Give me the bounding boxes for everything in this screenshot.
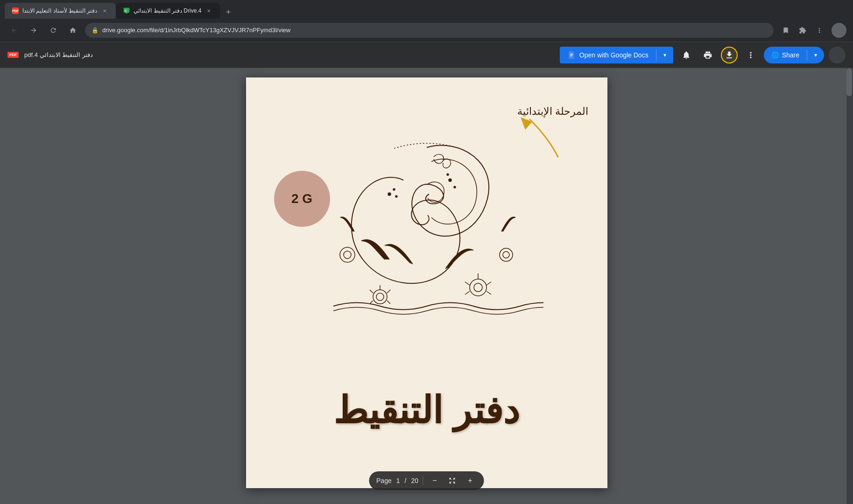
svg-point-17 bbox=[449, 179, 451, 182]
svg-point-12 bbox=[340, 247, 355, 262]
svg-point-13 bbox=[344, 251, 351, 259]
address-text: drive.google.com/file/d/1inJrbQlkdWTcY13… bbox=[102, 27, 767, 34]
svg-point-10 bbox=[500, 248, 513, 261]
scrollbar[interactable] bbox=[846, 68, 853, 504]
download-button[interactable] bbox=[721, 47, 738, 63]
svg-point-19 bbox=[447, 174, 449, 175]
bookmark-button[interactable] bbox=[778, 23, 793, 38]
chevron-down-icon: ▾ bbox=[663, 52, 666, 58]
total-pages: 20 bbox=[411, 477, 418, 484]
svg-point-14 bbox=[388, 193, 391, 196]
address-bar[interactable]: 🔒 drive.google.com/file/d/1inJrbQlkdWTcY… bbox=[85, 23, 774, 38]
svg-text:G: G bbox=[125, 9, 127, 12]
open-with-google-docs-button[interactable]: Open with Google Docs ▾ bbox=[560, 47, 673, 63]
share-label: Share bbox=[782, 51, 799, 59]
toolbar: PDF دفتر التنقيط الابتدائي 4.pdf Open wi… bbox=[0, 42, 853, 68]
svg-point-7 bbox=[376, 293, 384, 301]
more-options-button[interactable] bbox=[742, 47, 759, 63]
forward-button[interactable] bbox=[26, 23, 41, 38]
pdf-badge: PDF bbox=[7, 52, 19, 58]
tab-1-favicon: PDF bbox=[12, 7, 19, 14]
file-title: دفتر التنقيط الابتدائي 4.pdf bbox=[24, 51, 93, 58]
pdf-viewer[interactable]: المرحلة الإبتدائية 2 G bbox=[0, 68, 853, 504]
fit-page-button[interactable] bbox=[446, 474, 459, 487]
more-button[interactable] bbox=[812, 23, 827, 38]
chevron-down-icon: ▾ bbox=[814, 52, 817, 58]
zoom-in-button[interactable]: + bbox=[464, 474, 477, 487]
scrollbar-thumb[interactable] bbox=[846, 68, 852, 96]
arabic-main-title: دفتر التنقيط bbox=[333, 389, 519, 432]
reload-button[interactable] bbox=[46, 23, 61, 38]
home-button[interactable] bbox=[65, 23, 80, 38]
tab-1[interactable]: PDF دفتر التنقيط لأستاذ التعليم الابتدا … bbox=[5, 3, 116, 19]
tab-2-close[interactable]: ✕ bbox=[205, 7, 212, 14]
nav-right-icons bbox=[778, 23, 827, 38]
svg-point-18 bbox=[454, 186, 456, 188]
user-avatar[interactable] bbox=[832, 23, 846, 38]
ornamental-design bbox=[310, 124, 543, 329]
bottom-bar-divider bbox=[423, 476, 423, 485]
tab-1-title: دفتر التنقيط لأستاذ التعليم الابتدا bbox=[22, 7, 97, 14]
navigation-bar: 🔒 drive.google.com/file/d/1inJrbQlkdWTcY… bbox=[0, 19, 853, 42]
open-with-dropdown[interactable]: ▾ bbox=[656, 47, 673, 63]
back-button[interactable] bbox=[7, 23, 21, 38]
page-label: Page bbox=[376, 477, 392, 484]
share-main: 🌐 Share bbox=[764, 51, 807, 59]
svg-point-8 bbox=[470, 279, 486, 296]
grade-text: 2 G bbox=[291, 191, 312, 206]
share-dropdown[interactable]: ▾ bbox=[807, 47, 824, 63]
print-button[interactable] bbox=[699, 47, 716, 63]
page-controls: Page 1 / 20 − + bbox=[369, 471, 484, 490]
tab-2[interactable]: G دفتر التنقيط الابتدائي Drive.4 ✕ bbox=[116, 3, 220, 19]
open-with-label: Open with Google Docs bbox=[579, 51, 649, 59]
tab-1-close[interactable]: ✕ bbox=[101, 7, 108, 14]
extensions-button[interactable] bbox=[795, 23, 810, 38]
lock-icon: 🔒 bbox=[92, 27, 99, 34]
pdf-page: المرحلة الإبتدائية 2 G bbox=[246, 77, 607, 488]
svg-point-9 bbox=[474, 283, 482, 292]
main-content: المرحلة الإبتدائية 2 G bbox=[0, 68, 853, 504]
zoom-out-icon: − bbox=[432, 476, 437, 485]
page-separator: / bbox=[405, 477, 407, 484]
svg-point-16 bbox=[395, 196, 397, 197]
bell-button[interactable] bbox=[678, 47, 695, 63]
arabic-subtitle: المرحلة الإبتدائية bbox=[517, 105, 588, 118]
zoom-in-icon: + bbox=[468, 476, 472, 485]
share-button[interactable]: 🌐 Share ▾ bbox=[764, 47, 824, 63]
new-tab-button[interactable]: + bbox=[222, 6, 235, 19]
svg-rect-4 bbox=[570, 55, 573, 55]
open-with-main: Open with Google Docs bbox=[560, 51, 656, 59]
globe-icon: 🌐 bbox=[771, 51, 779, 59]
svg-rect-3 bbox=[570, 54, 573, 54]
current-page: 1 bbox=[396, 477, 400, 484]
toolbar-user-avatar[interactable] bbox=[829, 47, 846, 63]
svg-rect-5 bbox=[570, 56, 572, 56]
tab-2-favicon: G bbox=[123, 7, 130, 14]
google-docs-icon bbox=[567, 51, 576, 59]
svg-point-15 bbox=[393, 189, 395, 190]
page-content: المرحلة الإبتدائية 2 G bbox=[246, 77, 607, 488]
svg-point-6 bbox=[373, 290, 387, 304]
zoom-out-button[interactable]: − bbox=[428, 474, 441, 487]
svg-point-11 bbox=[503, 252, 509, 258]
tab-2-title: دفتر التنقيط الابتدائي Drive.4 bbox=[134, 7, 201, 14]
pdf-file-icon: PDF دفتر التنقيط الابتدائي 4.pdf bbox=[7, 51, 93, 58]
